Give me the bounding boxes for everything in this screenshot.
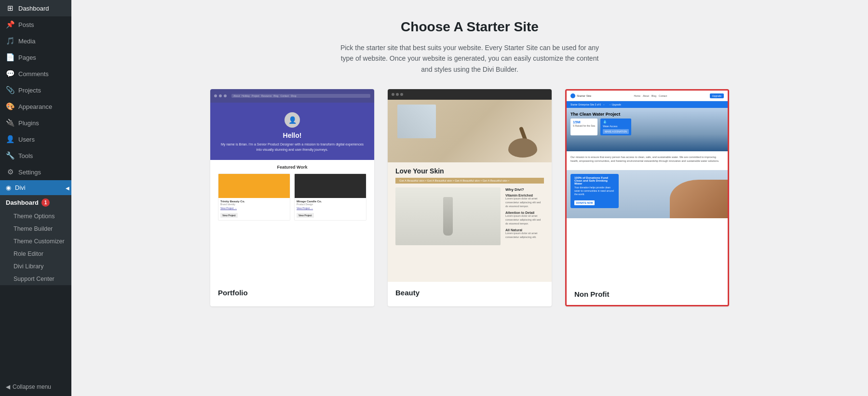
starter-sites-grid: About Holiday Project Resource Blog Cont… — [100, 89, 839, 306]
media-icon: 🎵 — [6, 37, 14, 45]
beauty-browser-bar — [388, 89, 552, 100]
beauty-feature-3: All Natural Lorem ipsum dolor sit amet c… — [505, 228, 544, 239]
np-donation-card: 100% of Donations Fund Clean and Safe Dr… — [570, 174, 619, 208]
portfolio-hero: 👤 Hello! My name is Brian. I'm a Senior … — [210, 103, 374, 160]
main-content: Choose A Starter Site Pick the starter s… — [71, 0, 868, 396]
beauty-marquee: Get A Beautiful skin • Get A Beautiful s… — [395, 178, 544, 184]
pages-icon: 📄 — [6, 53, 14, 62]
sidebar-item-appearance[interactable]: 🎨 Appearance — [0, 98, 71, 115]
divi-dashboard-header[interactable]: Dashboard 1 — [0, 195, 71, 210]
collapse-icon: ◀ — [6, 383, 10, 390]
portfolio-avatar: 👤 — [285, 112, 300, 128]
np-header-bar: Starter Site HomeAboutBlogContact Upgrad… — [567, 91, 728, 101]
sidebar-item-dashboard[interactable]: ⊞ Dashboard — [0, 0, 71, 16]
np-hero: The Clean Water Project 15M S Raised for… — [567, 108, 728, 151]
sidebar: ⊞ Dashboard 📌 Posts 🎵 Media 📄 Pages 💬 Co… — [0, 0, 71, 396]
plugins-icon: 🔌 — [6, 119, 14, 127]
sidebar-item-comments[interactable]: 💬 Comments — [0, 66, 71, 82]
sidebar-item-media[interactable]: 🎵 Media — [0, 33, 71, 49]
np-hero-title: The Clean Water Project — [570, 112, 631, 117]
np-hands-image — [670, 180, 728, 218]
np-logo: Starter Site — [570, 93, 591, 98]
sidebar-item-plugins[interactable]: 🔌 Plugins — [0, 115, 71, 131]
np-nav: HomeAboutBlogContact — [634, 94, 667, 97]
beauty-content: Love Your Skin Get A Beautiful skin • Ge… — [388, 162, 552, 250]
sidebar-item-users[interactable]: 👤 Users — [0, 131, 71, 147]
page-subtitle: Pick the starter site that best suits yo… — [335, 42, 605, 75]
beauty-product-img — [395, 187, 501, 245]
card-beauty[interactable]: Love Your Skin Get A Beautiful skin • Ge… — [388, 89, 552, 306]
users-icon: 👤 — [6, 135, 14, 144]
card-portfolio[interactable]: About Holiday Project Resource Blog Cont… — [210, 89, 374, 306]
dashboard-badge: 1 — [41, 198, 50, 207]
appearance-icon: 🎨 — [6, 102, 14, 111]
sidebar-item-projects[interactable]: 📎 Projects — [0, 82, 71, 98]
np-donation-btn[interactable]: DONATE NOW — [574, 200, 595, 205]
nonprofit-preview: Starter Site HomeAboutBlogContact Upgrad… — [567, 91, 728, 283]
np-stat-2: 💧 Water Access MAKE A DONATION — [600, 119, 631, 135]
np-stats: 15M S Raised for the Sea 💧 Water Access … — [570, 119, 631, 135]
sidebar-sub-role-editor[interactable]: Role Editor — [0, 248, 71, 260]
portfolio-card-1: Trinity Beauty Co. Brand Identity View P… — [218, 173, 290, 221]
page-content: Choose A Starter Site Pick the starter s… — [71, 0, 868, 396]
sidebar-item-posts[interactable]: 📌 Posts — [0, 16, 71, 33]
posts-icon: 📌 — [6, 20, 14, 29]
page-heading: Choose A Starter Site Pick the starter s… — [100, 19, 839, 75]
sidebar-sub-theme-customizer[interactable]: Theme Customizer — [0, 235, 71, 248]
page-title: Choose A Starter Site — [100, 19, 839, 35]
np-logo-text: Starter Site — [577, 94, 591, 97]
sidebar-sub-theme-builder[interactable]: Theme Builder — [0, 223, 71, 235]
sidebar-sub-divi-library[interactable]: Divi Library — [0, 260, 71, 273]
portfolio-card-1-btn[interactable]: View Project — [220, 213, 238, 218]
settings-icon: ⚙ — [6, 168, 14, 176]
beauty-feature-2: Attention to Detail Lorem ipsum dolor si… — [505, 211, 544, 225]
np-info-bar: Starter Enterprise Site 3 of 6 ← → Upgra… — [567, 101, 728, 108]
divi-submenu: Dashboard 1 Theme Options Theme Builder … — [0, 195, 71, 285]
nonprofit-label: Non Profit — [567, 283, 728, 305]
np-mission: Our mission is to ensure that every pers… — [567, 151, 728, 170]
sidebar-item-settings[interactable]: ⚙ Settings — [0, 164, 71, 180]
portfolio-project-cards: Trinity Beauty Co. Brand Identity View P… — [218, 173, 366, 221]
sidebar-sub-support-center[interactable]: Support Center — [0, 273, 71, 285]
beauty-why: Why Divi? Vitamin Enriched Lorem ipsum d… — [505, 187, 544, 239]
divi-icon: ◉ — [6, 184, 11, 191]
sidebar-item-pages[interactable]: 📄 Pages — [0, 49, 71, 66]
beauty-label: Beauty — [388, 282, 552, 304]
np-cta-btn[interactable]: Upgrade — [710, 93, 724, 98]
portfolio-label: Portfolio — [210, 282, 374, 304]
dashboard-icon: ⊞ — [6, 4, 14, 13]
sidebar-item-divi[interactable]: ◉ Divi ◀ — [0, 180, 71, 195]
card-non-profit[interactable]: Starter Site HomeAboutBlogContact Upgrad… — [565, 89, 729, 306]
comments-icon: 💬 — [6, 69, 14, 78]
portfolio-card-2-btn[interactable]: View Project — [297, 213, 314, 218]
projects-icon: 📎 — [6, 86, 14, 94]
np-stat-1: 15M S Raised for the Sea — [570, 119, 597, 135]
portfolio-featured: Featured Work Trinity Beauty Co. Brand I… — [210, 160, 374, 225]
sidebar-item-tools[interactable]: 🔧 Tools — [0, 147, 71, 164]
beauty-hero-img — [388, 100, 552, 162]
tools-icon: 🔧 — [6, 151, 14, 160]
collapse-menu[interactable]: ◀ Collapse menu — [0, 378, 71, 396]
beauty-feature-1: Vitamin Enriched Lorem ipsum dolor sit a… — [505, 194, 544, 208]
np-logo-icon — [570, 93, 575, 98]
divi-collapse-arrow: ◀ — [66, 185, 71, 190]
beauty-preview: Love Your Skin Get A Beautiful skin • Ge… — [388, 89, 552, 282]
np-bottom-section: 100% of Donations Fund Clean and Safe Dr… — [567, 170, 728, 218]
sidebar-sub-theme-options[interactable]: Theme Options — [0, 210, 71, 223]
portfolio-browser-bar: About Holiday Project Resource Blog Cont… — [210, 89, 374, 103]
portfolio-card-2: Mirage Candle Co. Product Design View Pr… — [294, 173, 366, 221]
portfolio-preview: About Holiday Project Resource Blog Cont… — [210, 89, 374, 282]
